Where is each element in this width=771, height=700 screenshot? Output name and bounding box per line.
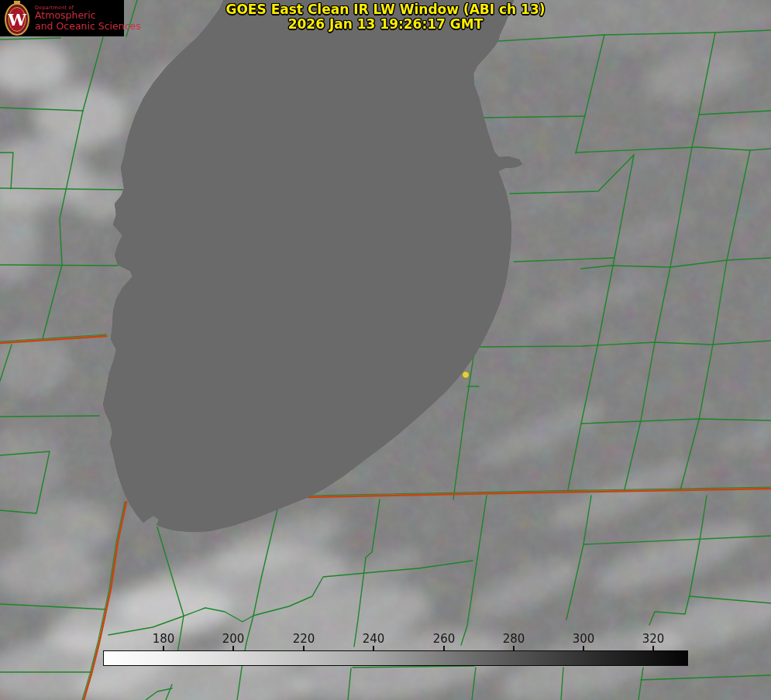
colorbar-tick (513, 646, 515, 650)
colorbar-tick-label: 260 (433, 632, 456, 646)
colorbar-tick-label: 320 (642, 632, 665, 646)
dept-name-line2: and Oceanic Sciences (35, 22, 141, 32)
colorbar-tick (163, 646, 164, 650)
colorbar-tick-label: 280 (503, 632, 525, 646)
colorbar-tick-label: 200 (222, 632, 245, 646)
colorbar-tick (373, 646, 374, 650)
title-timestamp-line: 2026 Jan 13 19:26:17 GMT (225, 17, 545, 32)
colorbar-tick (303, 646, 305, 650)
uw-crest-logo: W (4, 1, 30, 36)
uw-aos-banner: W Department of Atmospheric and Oceanic … (0, 0, 124, 36)
map-canvas (0, 0, 771, 700)
station-marker-dot (463, 372, 470, 379)
colorbar-tick (583, 646, 584, 650)
banner-text: Department of Atmospheric and Oceanic Sc… (35, 5, 141, 32)
crest-letter: W (7, 10, 26, 29)
colorbar-tick (232, 646, 234, 650)
colorbar-tick-label: 180 (153, 632, 175, 646)
title-product-line: GOES East Clean IR LW Window (ABI ch 13) (225, 2, 545, 17)
colorbar-tick-label: 220 (293, 632, 315, 646)
image-title: GOES East Clean IR LW Window (ABI ch 13)… (225, 2, 545, 32)
satellite-image-viewer: W Department of Atmospheric and Oceanic … (0, 0, 771, 700)
colorbar-tick-label: 240 (363, 632, 385, 646)
colorbar-tick (652, 646, 654, 650)
dept-name-line1: Atmospheric (35, 11, 141, 21)
colorbar-tick (443, 646, 445, 650)
colorbar-tick-label: 300 (573, 632, 595, 646)
temperature-colorbar (103, 650, 688, 666)
